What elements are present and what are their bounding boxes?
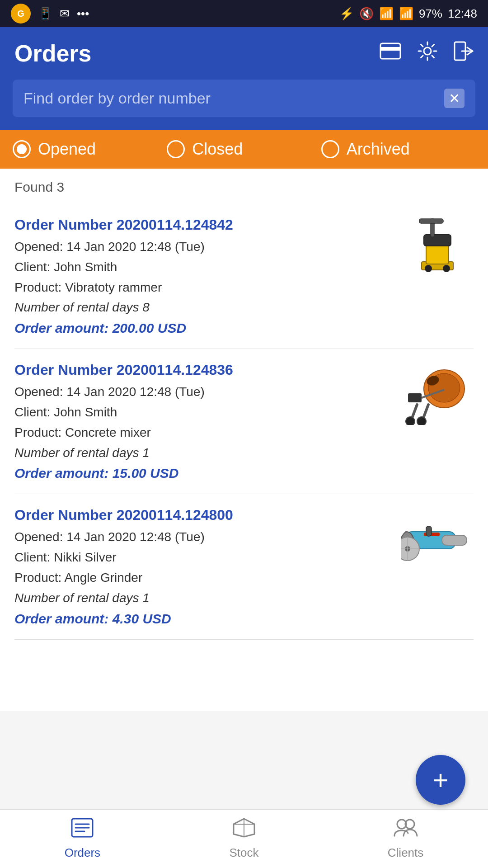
tab-opened-label: Opened xyxy=(38,140,96,159)
svg-rect-6 xyxy=(426,244,449,264)
svg-rect-1 xyxy=(380,47,400,51)
order-item-2[interactable]: Order Number 20200114.124836 Opened: 14 … xyxy=(14,349,474,494)
search-clear-button[interactable]: ✕ xyxy=(444,89,465,108)
order-opened-1: Opened: 14 Jan 2020 12:48 (Tue) xyxy=(14,237,392,257)
signal-icon: 📶 xyxy=(399,7,413,21)
status-bar: G 📱 ✉ ••• ⚡ 🔇 📶 📶 97% 12:48 xyxy=(0,0,488,27)
search-input[interactable] xyxy=(23,90,444,107)
app-icon: G xyxy=(11,4,31,24)
battery-text: 97% xyxy=(419,7,442,21)
bluetooth-icon: ⚡ xyxy=(339,7,354,21)
tab-archived[interactable]: Archived xyxy=(321,140,475,159)
sim-icon: 📱 xyxy=(38,7,52,21)
svg-rect-0 xyxy=(380,43,400,59)
bottom-navigation: Orders Stock Clients xyxy=(0,809,488,868)
stock-nav-label: Stock xyxy=(229,846,258,860)
order-rental-1: Number of rental days 8 xyxy=(14,297,392,318)
plus-icon: + xyxy=(432,764,448,796)
orders-content: Found 3 Order Number 20200114.124842 Ope… xyxy=(0,169,488,711)
order-amount-1: Order amount: 200.00 USD xyxy=(14,321,392,336)
order-product-3: Product: Angle Grinder xyxy=(14,568,392,588)
tab-closed[interactable]: Closed xyxy=(167,140,321,159)
order-amount-2: Order amount: 15.00 USD xyxy=(14,466,392,481)
radio-archived xyxy=(321,140,339,158)
header-icons xyxy=(380,41,474,66)
svg-rect-19 xyxy=(408,393,422,402)
svg-rect-7 xyxy=(424,235,451,246)
filter-tabs: Opened Closed Archived xyxy=(0,130,488,169)
radio-opened xyxy=(13,140,31,158)
order-image-1 xyxy=(401,217,474,280)
status-bar-right: ⚡ 🔇 📶 📶 97% 12:48 xyxy=(339,7,477,21)
clients-nav-label: Clients xyxy=(388,846,423,860)
radio-closed xyxy=(167,140,185,158)
settings-icon[interactable] xyxy=(418,41,437,66)
nav-clients[interactable]: Clients xyxy=(388,818,423,860)
svg-point-18 xyxy=(417,417,426,425)
mute-icon: 🔇 xyxy=(359,7,374,21)
clear-icon: ✕ xyxy=(449,91,460,106)
svg-rect-9 xyxy=(419,219,443,223)
order-rental-2: Number of rental days 1 xyxy=(14,443,392,463)
tab-archived-label: Archived xyxy=(347,140,410,159)
order-number-3: Order Number 20200114.124800 xyxy=(14,507,392,524)
nav-orders[interactable]: Orders xyxy=(65,818,100,860)
svg-rect-22 xyxy=(442,535,467,545)
page-title: Orders xyxy=(14,40,92,67)
svg-point-11 xyxy=(443,265,450,272)
mail-icon: ✉ xyxy=(60,7,70,21)
clients-nav-icon xyxy=(394,818,418,842)
add-order-fab[interactable]: + xyxy=(416,755,465,805)
svg-point-10 xyxy=(425,265,432,272)
order-number-2: Order Number 20200114.124836 xyxy=(14,362,392,378)
orders-nav-label: Orders xyxy=(65,846,100,860)
found-count: Found 3 xyxy=(14,179,474,195)
order-client-3: Client: Nikki Silver xyxy=(14,547,392,568)
order-info-3: Order Number 20200114.124800 Opened: 14 … xyxy=(14,507,392,626)
order-image-3 xyxy=(401,507,474,570)
order-opened-2: Opened: 14 Jan 2020 12:48 (Tue) xyxy=(14,382,392,402)
status-bar-left: G 📱 ✉ ••• xyxy=(11,4,89,24)
order-client-1: Client: John Smith xyxy=(14,257,392,278)
order-image-2 xyxy=(401,362,474,425)
tab-opened[interactable]: Opened xyxy=(13,140,167,159)
wifi-icon: 📶 xyxy=(379,7,394,21)
svg-point-17 xyxy=(406,417,415,425)
header: Orders xyxy=(0,27,488,80)
order-product-1: Product: Vibratoty rammer xyxy=(14,278,392,298)
card-icon[interactable] xyxy=(380,42,401,64)
order-rental-3: Number of rental days 1 xyxy=(14,588,392,609)
order-item-3[interactable]: Order Number 20200114.124800 Opened: 14 … xyxy=(14,494,474,639)
order-info-2: Order Number 20200114.124836 Opened: 14 … xyxy=(14,362,392,481)
order-item-1[interactable]: Order Number 20200114.124842 Opened: 14 … xyxy=(14,204,474,349)
order-opened-3: Opened: 14 Jan 2020 12:48 (Tue) xyxy=(14,527,392,547)
stock-nav-icon xyxy=(233,818,255,842)
time-display: 12:48 xyxy=(448,7,477,21)
more-icon: ••• xyxy=(77,7,89,21)
order-client-2: Client: John Smith xyxy=(14,402,392,423)
order-amount-3: Order amount: 4.30 USD xyxy=(14,611,392,627)
svg-rect-28 xyxy=(426,526,432,536)
orders-nav-icon xyxy=(71,818,94,842)
svg-point-2 xyxy=(424,47,431,55)
tab-closed-label: Closed xyxy=(192,140,243,159)
nav-stock[interactable]: Stock xyxy=(229,818,258,860)
logout-icon[interactable] xyxy=(454,41,474,66)
search-container: ✕ xyxy=(0,80,488,130)
search-bar: ✕ xyxy=(13,80,475,117)
order-info-1: Order Number 20200114.124842 Opened: 14 … xyxy=(14,217,392,336)
order-number-1: Order Number 20200114.124842 xyxy=(14,217,392,233)
order-product-2: Product: Concrete mixer xyxy=(14,423,392,443)
